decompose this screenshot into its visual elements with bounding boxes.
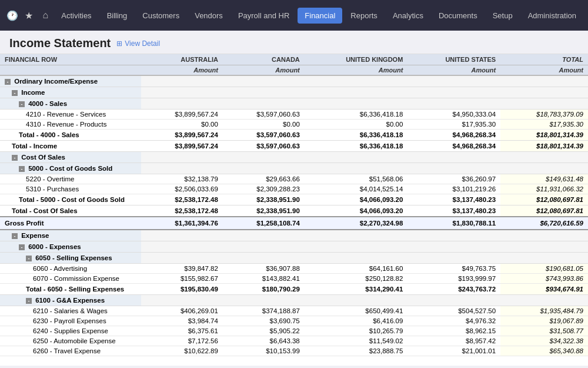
row-ca bbox=[223, 87, 305, 98]
home-nav-icon[interactable]: ⌂ bbox=[38, 5, 53, 26]
table-row: 4210 - Revenue - Services $3,899,567.24 … bbox=[0, 110, 588, 120]
row-label: 6210 - Salaries & Wages bbox=[0, 306, 141, 316]
row-total: $19,067.89 bbox=[500, 316, 588, 326]
view-detail-link[interactable]: ⊞ View Detail bbox=[116, 39, 160, 48]
income-statement-table-container[interactable]: FINANCIAL ROW AUSTRALIA CANADA UNITED KI… bbox=[0, 54, 588, 366]
row-label: 4310 - Revenue - Products bbox=[0, 120, 141, 130]
nav-documents[interactable]: Documents bbox=[432, 8, 485, 24]
row-label: 4000 - Sales bbox=[28, 100, 67, 107]
nav-activities[interactable]: Activities bbox=[54, 8, 98, 24]
row-label: Total - Cost Of Sales bbox=[0, 205, 141, 217]
row-ca: $5,905.22 bbox=[223, 326, 305, 336]
row-ca bbox=[223, 253, 305, 264]
row-au: $1,361,394.76 bbox=[141, 217, 223, 230]
table-row: Total - 6050 - Selling Expenses $195,830… bbox=[0, 284, 588, 295]
sub-financial-row bbox=[0, 65, 141, 76]
nav-analytics[interactable]: Analytics bbox=[386, 8, 430, 24]
clock-nav-icon[interactable]: 🕐 bbox=[5, 5, 20, 26]
page-header: Income Statement ⊞ View Detail bbox=[0, 31, 588, 54]
row-uk bbox=[305, 253, 408, 264]
row-ca: $36,907.88 bbox=[223, 264, 305, 274]
row-ca: $3,597,060.63 bbox=[223, 141, 305, 152]
row-total bbox=[500, 163, 588, 174]
nav-financial[interactable]: Financial bbox=[298, 8, 342, 24]
row-au bbox=[141, 75, 223, 87]
sub-australia-amount: Amount bbox=[141, 65, 223, 76]
row-total: $1,935,484.79 bbox=[500, 306, 588, 316]
row-ca: $0.00 bbox=[223, 120, 305, 130]
nav-payroll[interactable]: Payroll and HR bbox=[231, 8, 296, 24]
col-financial-row: FINANCIAL ROW bbox=[0, 54, 141, 65]
table-row: Total - Income $3,899,567.24 $3,597,060.… bbox=[0, 141, 588, 152]
row-label: Gross Profit bbox=[0, 217, 141, 230]
nav-vendors[interactable]: Vendors bbox=[188, 8, 230, 24]
table-row: - 6050 - Selling Expenses bbox=[0, 253, 588, 264]
collapse-icon[interactable]: - bbox=[19, 166, 25, 172]
col-canada: CANADA bbox=[223, 54, 305, 65]
row-ca: $29,663.66 bbox=[223, 174, 305, 184]
table-row: Total - 4000 - Sales $3,899,567.24 $3,59… bbox=[0, 130, 588, 141]
row-au: $406,269.01 bbox=[141, 306, 223, 316]
row-label: 6240 - Supplies Expense bbox=[0, 326, 141, 336]
row-us bbox=[407, 295, 500, 306]
row-uk bbox=[305, 87, 408, 98]
sub-us-amount: Amount bbox=[407, 65, 500, 76]
row-uk: $6,416.09 bbox=[305, 316, 408, 326]
row-total bbox=[500, 75, 588, 87]
col-us: UNITED STATES bbox=[407, 54, 500, 65]
row-ca: $143,882.41 bbox=[223, 274, 305, 284]
row-uk bbox=[305, 98, 408, 110]
row-au: $3,899,567.24 bbox=[141, 141, 223, 152]
nav-reports[interactable]: Reports bbox=[343, 8, 385, 24]
row-total: $12,080,697.81 bbox=[500, 194, 588, 205]
row-us: $8,962.15 bbox=[407, 326, 500, 336]
row-ca bbox=[223, 98, 305, 110]
row-label: Total - Income bbox=[0, 141, 141, 152]
collapse-icon[interactable]: - bbox=[19, 101, 25, 107]
row-us bbox=[407, 75, 500, 87]
row-us: $36,260.97 bbox=[407, 174, 500, 184]
row-us: $3,101,219.26 bbox=[407, 184, 500, 194]
row-label: 6000 - Expenses bbox=[28, 243, 81, 250]
row-us bbox=[407, 253, 500, 264]
collapse-icon[interactable]: - bbox=[12, 233, 18, 239]
table-row: 6260 - Travel Expense $10,622.89 $10,153… bbox=[0, 346, 588, 356]
nav-setup[interactable]: Setup bbox=[486, 8, 520, 24]
row-au: $3,899,567.24 bbox=[141, 130, 223, 141]
table-row: 4310 - Revenue - Products $0.00 $0.00 $0… bbox=[0, 120, 588, 130]
collapse-icon[interactable]: - bbox=[26, 298, 32, 304]
row-total: $18,783,379.09 bbox=[500, 110, 588, 120]
row-au: $6,375.61 bbox=[141, 326, 223, 336]
content-area: Income Statement ⊞ View Detail FINANCIAL… bbox=[0, 31, 588, 368]
row-total bbox=[500, 98, 588, 110]
collapse-icon[interactable]: - bbox=[5, 79, 11, 85]
row-label: 6050 - Selling Expenses bbox=[35, 254, 112, 261]
sub-uk-amount: Amount bbox=[305, 65, 408, 76]
row-uk: $250,128.82 bbox=[305, 274, 408, 284]
row-total bbox=[500, 241, 588, 253]
row-us: $4,968,268.34 bbox=[407, 130, 500, 141]
row-au: $155,982.67 bbox=[141, 274, 223, 284]
star-nav-icon[interactable]: ★ bbox=[21, 5, 36, 26]
collapse-icon[interactable]: - bbox=[26, 256, 32, 261]
row-label: 6250 - Automobile Expense bbox=[0, 336, 141, 346]
row-total: $18,801,314.39 bbox=[500, 130, 588, 141]
table-row: 6240 - Supplies Expense $6,375.61 $5,905… bbox=[0, 326, 588, 336]
collapse-icon[interactable]: - bbox=[12, 155, 18, 161]
row-uk: $2,270,324.98 bbox=[305, 217, 408, 230]
table-row: Gross Profit $1,361,394.76 $1,258,108.74… bbox=[0, 217, 588, 230]
row-us: $49,763.75 bbox=[407, 264, 500, 274]
nav-administration[interactable]: Administration bbox=[521, 8, 583, 24]
nav-customers[interactable]: Customers bbox=[135, 8, 186, 24]
row-au bbox=[141, 152, 223, 163]
row-us: $1,830,788.11 bbox=[407, 217, 500, 230]
row-au bbox=[141, 253, 223, 264]
row-uk: $11,549.02 bbox=[305, 336, 408, 346]
nav-billing[interactable]: Billing bbox=[100, 8, 135, 24]
row-ca: $2,309,288.23 bbox=[223, 184, 305, 194]
collapse-icon[interactable]: - bbox=[19, 244, 25, 250]
row-au: $0.00 bbox=[141, 120, 223, 130]
collapse-icon[interactable]: - bbox=[12, 90, 18, 96]
table-row: - 5000 - Cost of Goods Sold bbox=[0, 163, 588, 174]
row-us: $8,957.42 bbox=[407, 336, 500, 346]
